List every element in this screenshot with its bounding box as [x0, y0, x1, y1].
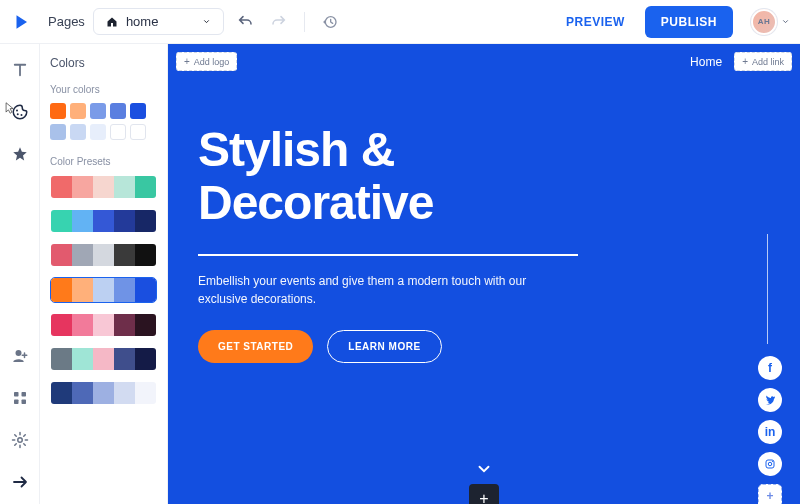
social-facebook-button[interactable]: f: [758, 356, 782, 380]
color-preset[interactable]: [50, 243, 157, 267]
rail-settings-tool[interactable]: [8, 428, 32, 452]
color-swatch[interactable]: [90, 124, 106, 140]
color-swatch[interactable]: [50, 124, 66, 140]
account-dropdown[interactable]: AH: [751, 9, 790, 35]
svg-point-3: [20, 114, 22, 116]
redo-button[interactable]: [266, 9, 292, 35]
your-colors-row1: [50, 103, 157, 119]
add-link-button[interactable]: +Add link: [734, 52, 792, 71]
hero-subtext[interactable]: Embellish your events and give them a mo…: [198, 272, 558, 308]
color-swatch[interactable]: [70, 103, 86, 119]
rail-apps-tool[interactable]: [8, 386, 32, 410]
color-presets-label: Color Presets: [50, 156, 157, 167]
svg-point-1: [16, 110, 18, 112]
svg-rect-8: [21, 400, 26, 405]
color-swatch[interactable]: [70, 124, 86, 140]
page-dropdown[interactable]: home: [93, 8, 225, 35]
your-colors-label: Your colors: [50, 84, 157, 95]
app-logo-icon: [10, 11, 32, 33]
rail-add-user-tool[interactable]: [8, 344, 32, 368]
add-section-button[interactable]: +: [469, 484, 499, 504]
preview-button[interactable]: PREVIEW: [554, 7, 637, 37]
nav-link-home[interactable]: Home: [690, 55, 722, 69]
social-buttons: f in +: [758, 356, 782, 504]
hero-section[interactable]: Stylish &Decorative Embellish your event…: [198, 124, 660, 363]
chevron-down-icon: [202, 17, 211, 26]
colors-panel: Colors Your colors Color Presets: [40, 44, 168, 504]
color-preset[interactable]: [50, 381, 157, 405]
separator: [304, 12, 305, 32]
avatar: AH: [751, 9, 777, 35]
color-presets-list: [50, 175, 157, 405]
canvas[interactable]: +Add logo Home +Add link Stylish &Decora…: [168, 44, 800, 504]
svg-point-11: [768, 462, 772, 466]
social-linkedin-button[interactable]: in: [758, 420, 782, 444]
scroll-down-button[interactable]: [475, 460, 493, 478]
svg-rect-7: [14, 400, 19, 405]
cta-primary-button[interactable]: GET STARTED: [198, 330, 313, 363]
color-swatch[interactable]: [110, 103, 126, 119]
color-preset[interactable]: [50, 277, 157, 303]
social-twitter-button[interactable]: [758, 388, 782, 412]
add-logo-button[interactable]: +Add logo: [176, 52, 237, 71]
social-instagram-button[interactable]: [758, 452, 782, 476]
side-line-decoration: [767, 234, 768, 344]
svg-point-12: [772, 461, 773, 462]
publish-button[interactable]: PUBLISH: [645, 6, 733, 38]
color-swatch[interactable]: [90, 103, 106, 119]
svg-point-9: [17, 438, 22, 443]
color-swatch[interactable]: [110, 124, 126, 140]
rail-text-tool[interactable]: [8, 58, 32, 82]
social-add-button[interactable]: +: [758, 484, 782, 504]
left-rail: [0, 44, 40, 504]
cta-secondary-button[interactable]: LEARN MORE: [327, 330, 441, 363]
svg-point-2: [16, 113, 18, 115]
panel-title: Colors: [50, 56, 157, 70]
current-page-name: home: [126, 14, 159, 29]
rail-favorites-tool[interactable]: [8, 142, 32, 166]
home-icon: [106, 16, 118, 28]
your-colors-row2: [50, 124, 157, 140]
divider: [198, 254, 578, 256]
color-preset[interactable]: [50, 175, 157, 199]
svg-rect-5: [14, 392, 19, 397]
color-swatch[interactable]: [130, 103, 146, 119]
svg-rect-6: [21, 392, 26, 397]
rail-collapse-button[interactable]: [8, 470, 32, 494]
svg-point-4: [15, 350, 21, 356]
pages-label: Pages: [48, 14, 85, 29]
rail-colors-tool[interactable]: [8, 100, 32, 124]
hero-heading[interactable]: Stylish &Decorative: [198, 124, 660, 230]
history-button[interactable]: [317, 9, 343, 35]
undo-button[interactable]: [232, 9, 258, 35]
color-swatch[interactable]: [50, 103, 66, 119]
color-preset[interactable]: [50, 347, 157, 371]
color-swatch[interactable]: [130, 124, 146, 140]
chevron-down-icon: [781, 17, 790, 26]
color-preset[interactable]: [50, 313, 157, 337]
color-preset[interactable]: [50, 209, 157, 233]
